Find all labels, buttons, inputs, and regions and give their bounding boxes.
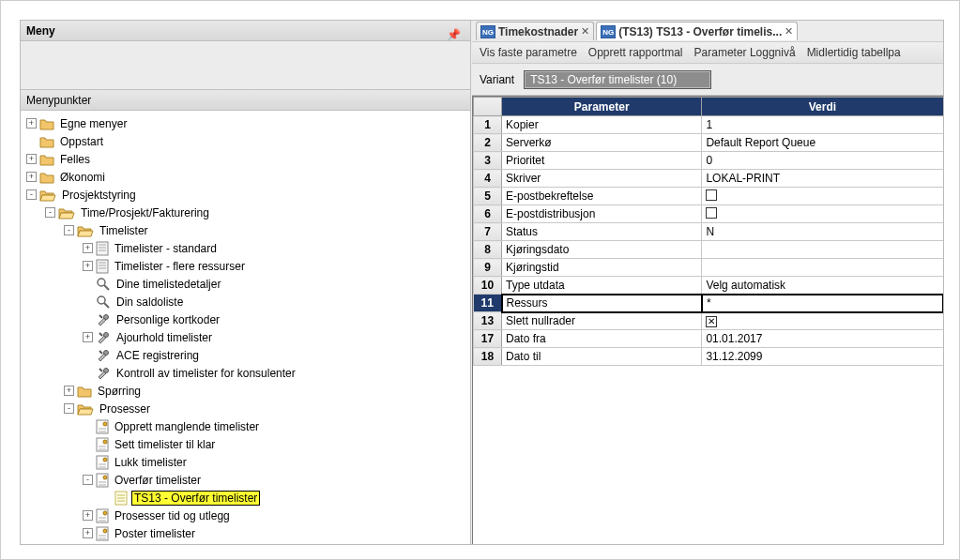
grid-header-rownum bbox=[474, 98, 502, 116]
collapse-icon[interactable]: - bbox=[83, 475, 93, 485]
grid-param-value[interactable]: 0 bbox=[702, 152, 943, 170]
expand-icon[interactable]: + bbox=[64, 386, 74, 396]
grid-param-value[interactable]: 1 bbox=[702, 116, 943, 134]
grid-row[interactable]: 10Type utdataVelg automatisk bbox=[474, 277, 944, 295]
tab[interactable]: NG(TS13) TS13 - Overfør timelis...✕ bbox=[596, 22, 798, 40]
tree-node[interactable]: +Egne menyer bbox=[23, 114, 470, 132]
grid-row[interactable]: 18Dato til31.12.2099 bbox=[474, 348, 944, 366]
tree-node[interactable]: +Spørring bbox=[23, 382, 470, 400]
collapse-icon[interactable]: - bbox=[64, 225, 74, 235]
grid-row[interactable]: 5E-postbekreftelse bbox=[474, 188, 944, 205]
grid-param-name: Kopier bbox=[502, 116, 702, 134]
pin-icon[interactable]: 📌 bbox=[447, 24, 461, 45]
tree-node[interactable]: -Overfør timelister bbox=[23, 471, 470, 489]
grid-param-value[interactable]: N bbox=[702, 223, 943, 241]
tree-node[interactable]: +Poster timelister bbox=[23, 524, 470, 542]
grid-param-value[interactable] bbox=[702, 241, 943, 259]
grid-row[interactable]: 9Kjøringstid bbox=[474, 259, 944, 277]
variant-field[interactable]: TS13 - Overfør timelister (10) bbox=[524, 70, 711, 89]
expand-icon[interactable]: + bbox=[83, 510, 93, 521]
svg-line-9 bbox=[104, 285, 109, 290]
grid-row[interactable]: 7StatusN bbox=[474, 223, 944, 241]
folder-open-icon bbox=[58, 206, 75, 219]
expand-icon[interactable]: + bbox=[83, 261, 93, 271]
close-icon[interactable]: ✕ bbox=[785, 25, 793, 38]
grid-param-value[interactable]: * bbox=[702, 295, 943, 312]
tree-node[interactable]: +Ajourhold timelister bbox=[23, 328, 470, 346]
tree-node[interactable]: +Prosesser tid og utlegg bbox=[23, 507, 470, 524]
expand-icon[interactable]: + bbox=[26, 118, 37, 129]
grid-param-name: Status bbox=[502, 223, 702, 241]
tree-node[interactable]: Din saldoliste bbox=[23, 293, 470, 310]
grid-row[interactable]: 11Ressurs* bbox=[474, 295, 944, 312]
tree-node[interactable]: Lukk timelister bbox=[23, 453, 470, 471]
svg-point-25 bbox=[103, 440, 107, 444]
tree-node[interactable]: ACE registrering bbox=[23, 346, 470, 364]
collapse-icon[interactable]: - bbox=[45, 207, 55, 218]
collapse-icon[interactable]: - bbox=[64, 403, 74, 414]
collapse-icon[interactable]: - bbox=[26, 189, 37, 200]
grid-param-value[interactable] bbox=[702, 188, 943, 205]
tree-node[interactable]: +Økonomi bbox=[23, 168, 470, 186]
toolbar-show-fixed-params[interactable]: Vis faste parametre bbox=[480, 46, 577, 59]
grid-row-number: 13 bbox=[474, 312, 502, 330]
tree-node[interactable]: -Time/Prosjekt/Fakturering bbox=[23, 204, 470, 221]
checkbox-icon[interactable] bbox=[706, 207, 717, 219]
grid-param-value[interactable]: Default Report Queue bbox=[702, 134, 943, 152]
tree-node[interactable]: TS13 - Overfør timelister bbox=[23, 489, 470, 507]
toolbar-param-loglevel[interactable]: Parameter Loggnivå bbox=[694, 46, 796, 59]
checkbox-icon[interactable]: ✕ bbox=[706, 316, 717, 327]
tree-node-label: Prosesser bbox=[98, 402, 152, 416]
svg-point-18 bbox=[104, 368, 109, 372]
grid-row[interactable]: 6E-postdistribusjon bbox=[474, 205, 944, 223]
tree-node[interactable]: Sett timelister til klar bbox=[23, 435, 470, 453]
grid-row[interactable]: 8Kjøringsdato bbox=[474, 241, 944, 259]
expand-icon[interactable]: + bbox=[83, 243, 93, 253]
menu-tree[interactable]: +Egne menyerOppstart+Felles+Økonomi-Pros… bbox=[21, 111, 470, 545]
tree-node[interactable]: -Prosjektstyring bbox=[23, 186, 470, 204]
toolbar-temp-table[interactable]: Midlertidig tabellpa bbox=[807, 46, 901, 59]
grid-row[interactable]: 3Prioritet0 bbox=[474, 152, 944, 170]
grid-param-value[interactable]: ✕ bbox=[702, 312, 943, 330]
tree-node[interactable]: Oppstart bbox=[23, 132, 470, 150]
tree-node[interactable]: +Timelister - flere ressurser bbox=[23, 257, 470, 275]
grid-param-value[interactable] bbox=[702, 205, 943, 223]
tab[interactable]: NGTimekostnader✕ bbox=[476, 22, 594, 40]
svg-point-33 bbox=[103, 476, 107, 479]
tree-node[interactable]: +Felles bbox=[23, 150, 470, 168]
checkbox-icon[interactable] bbox=[706, 189, 717, 201]
parameter-grid[interactable]: Parameter Verdi 1Kopier12ServerkøDefault… bbox=[472, 96, 944, 545]
grid-row[interactable]: 2ServerkøDefault Report Queue bbox=[474, 134, 944, 152]
tree-node[interactable]: +Timelister - standard bbox=[23, 239, 470, 257]
close-icon[interactable]: ✕ bbox=[581, 25, 589, 38]
expand-icon[interactable]: + bbox=[83, 528, 93, 538]
expand-icon[interactable]: + bbox=[83, 332, 93, 342]
grid-row[interactable]: 1Kopier1 bbox=[474, 116, 944, 134]
grid-row-number: 8 bbox=[474, 241, 502, 259]
grid-param-value[interactable] bbox=[702, 259, 943, 277]
grid-row[interactable]: 4SkriverLOKAL-PRINT bbox=[474, 170, 944, 188]
tree-node[interactable]: Opprett manglende timelister bbox=[23, 417, 470, 435]
tree-node-label: Oppstart bbox=[58, 135, 105, 148]
grid-param-name: Prioritet bbox=[502, 152, 702, 170]
tree-node[interactable]: -Prosesser bbox=[23, 400, 470, 417]
grid-param-value[interactable]: Velg automatisk bbox=[702, 277, 943, 295]
expand-icon[interactable]: + bbox=[26, 154, 37, 164]
toolbar-create-report-template[interactable]: Opprett rapportmal bbox=[588, 46, 683, 59]
tab-label: Timekostnader bbox=[498, 25, 578, 38]
tree-node[interactable]: Personlige kortkoder bbox=[23, 310, 470, 328]
grid-row[interactable]: 13Slett nullrader✕ bbox=[474, 312, 944, 330]
grid-row[interactable]: 17Dato fra01.01.2017 bbox=[474, 330, 944, 348]
expand-icon[interactable]: + bbox=[26, 172, 37, 182]
grid-param-name: Slett nullrader bbox=[502, 312, 702, 330]
grid-param-value[interactable]: LOKAL-PRINT bbox=[702, 170, 943, 188]
svg-line-19 bbox=[99, 369, 102, 371]
tree-node[interactable]: -Timelister bbox=[23, 221, 470, 239]
report-icon bbox=[96, 455, 109, 470]
tree-node[interactable]: Kontroll av timelister for konsulenter bbox=[23, 364, 470, 382]
grid-param-value[interactable]: 31.12.2099 bbox=[702, 348, 943, 366]
tree-node[interactable]: Dine timelistedetaljer bbox=[23, 275, 470, 293]
grid-param-value[interactable]: 01.01.2017 bbox=[702, 330, 943, 348]
folder-open-icon bbox=[39, 189, 56, 202]
grid-param-name: Dato til bbox=[502, 348, 702, 366]
